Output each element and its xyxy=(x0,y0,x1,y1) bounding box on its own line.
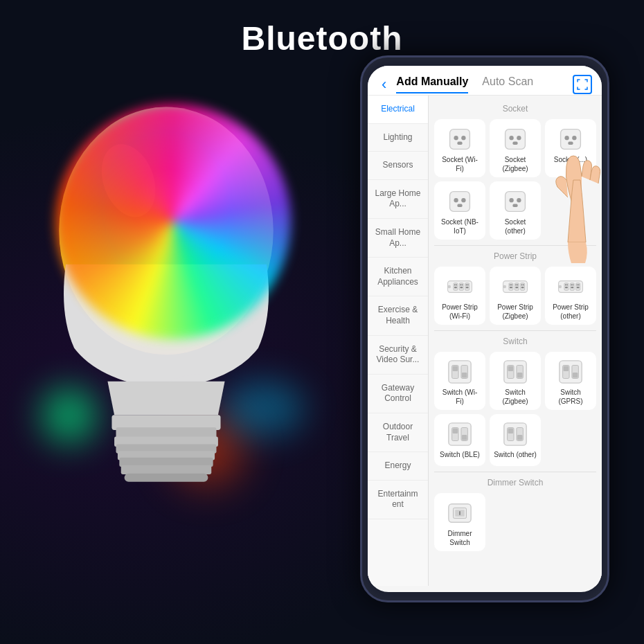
sidebar-item[interactable]: Exercise & Health xyxy=(368,296,428,335)
header-tabs: Add Manually Auto Scan xyxy=(396,75,567,93)
sidebar-item[interactable]: Gateway Control xyxy=(368,375,428,413)
device-card[interactable]: Socket (NB-IoT) xyxy=(434,181,485,240)
device-card[interactable]: Switch (Wi-Fi) xyxy=(434,352,485,410)
sidebar-item[interactable]: Sensors xyxy=(368,152,428,180)
device-label: Power Strip (Wi-Fi) xyxy=(438,303,481,321)
device-grid: Switch (Wi-Fi) Switch (Zigbee) Switch (G… xyxy=(434,349,596,469)
device-card[interactable]: Switch (BLE) xyxy=(434,414,485,466)
device-card[interactable]: Socket (other) xyxy=(490,181,541,240)
svg-rect-67 xyxy=(571,284,572,285)
svg-point-21 xyxy=(564,136,569,140)
device-icon-socket xyxy=(502,126,528,152)
device-label: Socket (other) xyxy=(494,217,537,235)
phone-screen: ‹ Add Manually Auto Scan ElectricalLight… xyxy=(368,66,602,592)
sidebar-item[interactable]: Electrical xyxy=(368,96,428,124)
device-icon-powerstrip xyxy=(502,274,528,300)
svg-rect-20 xyxy=(561,129,581,150)
device-icon-socket xyxy=(557,126,584,152)
device-label: Power Strip (Zigbee) xyxy=(494,303,537,321)
svg-point-25 xyxy=(454,198,458,202)
device-icon-switch xyxy=(447,359,473,385)
svg-rect-16 xyxy=(506,129,526,150)
page-title: Bluetooth xyxy=(0,19,644,57)
device-card[interactable]: Socket (...) xyxy=(545,119,596,177)
svg-point-33 xyxy=(448,285,451,289)
svg-rect-68 xyxy=(573,284,574,285)
svg-rect-43 xyxy=(466,284,467,285)
content-area: Socket Socket (Wi-Fi) Socket (Zigbee) So… xyxy=(429,96,602,586)
device-grid: Power Strip (Wi-Fi) Power Strip (Zigbee)… xyxy=(434,264,596,328)
sidebar-item[interactable]: Kitchen Appliances xyxy=(368,258,428,296)
svg-rect-58 xyxy=(523,284,524,285)
device-label: Socket (Zigbee) xyxy=(494,155,537,173)
device-label: Switch (BLE) xyxy=(440,450,480,459)
device-card[interactable]: Socket (Wi-Fi) xyxy=(434,119,485,177)
svg-point-17 xyxy=(509,136,513,140)
svg-rect-71 xyxy=(577,284,578,285)
device-label: Power Strip (other) xyxy=(549,303,592,321)
sidebar-item[interactable]: Energy xyxy=(368,452,428,481)
section-divider: Dimmer Switch xyxy=(434,472,596,490)
svg-rect-28 xyxy=(506,192,526,212)
device-icon-switch xyxy=(447,421,473,447)
tab-add-manually[interactable]: Add Manually xyxy=(396,75,468,93)
svg-rect-86 xyxy=(564,366,569,371)
svg-rect-44 xyxy=(467,284,469,285)
device-label: Switch (GPRS) xyxy=(549,388,592,406)
device-card[interactable]: Power Strip (other) xyxy=(545,267,596,325)
svg-point-13 xyxy=(454,136,458,140)
tab-auto-scan[interactable]: Auto Scan xyxy=(482,75,533,93)
svg-rect-57 xyxy=(521,284,523,285)
bulb-glow xyxy=(55,104,291,339)
svg-rect-64 xyxy=(566,284,568,285)
svg-rect-19 xyxy=(512,142,517,145)
device-card[interactable]: Power Strip (Zigbee) xyxy=(490,267,541,325)
device-label: Switch (other) xyxy=(494,450,537,459)
bulb-container xyxy=(21,83,319,602)
device-card[interactable]: Power Strip (Wi-Fi) xyxy=(434,267,485,325)
sidebar-item[interactable]: Outdoor Travel xyxy=(368,413,428,452)
svg-rect-78 xyxy=(462,373,467,378)
svg-rect-45 xyxy=(466,287,469,288)
device-icon-dimmer xyxy=(447,500,473,526)
sidebar-item[interactable]: Large Home Ap... xyxy=(368,180,428,219)
svg-rect-91 xyxy=(453,428,458,433)
device-label: Switch (Zigbee) xyxy=(494,388,537,406)
phone-frame: ‹ Add Manually Auto Scan ElectricalLight… xyxy=(360,55,609,602)
svg-point-47 xyxy=(503,285,507,289)
sidebar-item[interactable]: Small Home Ap... xyxy=(368,219,428,258)
scan-icon[interactable] xyxy=(573,75,592,94)
section-divider: Socket xyxy=(434,98,596,116)
device-card[interactable]: Switch (GPRS) xyxy=(545,352,596,410)
svg-rect-55 xyxy=(515,287,518,288)
svg-rect-59 xyxy=(521,287,524,288)
svg-rect-72 xyxy=(578,284,580,285)
svg-rect-76 xyxy=(453,366,458,371)
device-icon-switch xyxy=(557,359,584,385)
svg-rect-37 xyxy=(454,287,457,288)
phone-container: ‹ Add Manually Auto Scan ElectricalLight… xyxy=(360,55,623,623)
svg-rect-54 xyxy=(517,284,519,285)
svg-rect-88 xyxy=(573,373,578,378)
back-button[interactable]: ‹ xyxy=(377,74,391,95)
svg-point-30 xyxy=(517,198,521,202)
device-card[interactable]: Switch (Zigbee) xyxy=(490,352,541,410)
svg-point-61 xyxy=(559,285,562,289)
app-body: ElectricalLightingSensorsLarge Home Ap..… xyxy=(368,96,602,586)
sidebar-item[interactable]: Entertainm ent xyxy=(368,481,428,519)
sidebar-item[interactable]: Security & Video Sur... xyxy=(368,336,428,375)
svg-rect-63 xyxy=(565,284,566,285)
device-card[interactable]: Switch (other) xyxy=(490,414,541,466)
device-card[interactable]: Socket (Zigbee) xyxy=(490,119,541,177)
sidebar: ElectricalLightingSensorsLarge Home Ap..… xyxy=(368,96,429,586)
svg-point-29 xyxy=(509,198,513,202)
device-card[interactable]: Dimmer Switch xyxy=(434,493,485,551)
svg-rect-15 xyxy=(457,142,462,145)
device-label: Dimmer Switch xyxy=(438,529,481,547)
svg-rect-83 xyxy=(517,373,523,378)
device-icon-socket xyxy=(447,126,473,152)
svg-rect-73 xyxy=(577,287,580,288)
section-divider: Power Strip xyxy=(434,245,596,264)
svg-rect-96 xyxy=(508,428,514,433)
sidebar-item[interactable]: Lighting xyxy=(368,124,428,152)
